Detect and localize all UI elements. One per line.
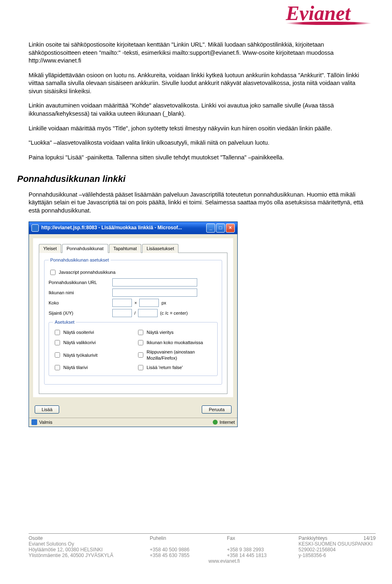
paragraph-4: Linkille voidaan määrittää myös "Title",…: [29, 125, 363, 133]
paragraph-2: Mikäli ylläpidettävään osioon on luotu n…: [29, 72, 363, 96]
size-sep: ×: [134, 300, 137, 306]
footer-bank: KESKI-SUOMEN OSUUSPANKKI: [298, 541, 376, 547]
checkbox-show-addressbar[interactable]: [55, 330, 60, 335]
logo-text: Evianet: [286, 4, 376, 22]
fieldset-options: Asetukset Näytä osoiterivi Näytä vierity…: [49, 319, 218, 376]
dialog-titlebar[interactable]: http://evianet.jsp.fi:8083 - Lisää/muokk…: [29, 222, 237, 234]
input-size-h[interactable]: [139, 299, 159, 307]
tab-yleiset[interactable]: Yleiset: [39, 244, 61, 253]
checkbox-js-popup[interactable]: [50, 270, 56, 275]
legend-options: Asetukset: [53, 319, 76, 325]
checkbox-show-scroll[interactable]: [138, 330, 143, 335]
tab-lisaasetukset[interactable]: Lisäasetukset: [142, 244, 178, 253]
input-size-w[interactable]: [112, 299, 132, 307]
checkbox-show-menubar[interactable]: [55, 340, 60, 345]
dialog-title: http://evianet.jsp.fi:8083 - Lisää/muokk…: [41, 224, 204, 231]
checkbox-show-statusbar[interactable]: [55, 365, 60, 370]
input-popup-url[interactable]: [112, 278, 197, 286]
label-popup-url: Ponnahdusikkunan URL: [49, 280, 110, 286]
footer-url: www.evianet.fi: [150, 558, 298, 564]
label-dependent: Riippuvainen (ainostaan Mozilla/Firefox): [147, 349, 213, 361]
size-unit: px: [161, 300, 166, 306]
dialog-footer: Lisää Peruuta: [29, 401, 237, 418]
checkbox-resizable[interactable]: [138, 340, 143, 345]
close-button[interactable]: ×: [226, 224, 235, 233]
label-js-popup: Javascript ponnahdusikkuna: [59, 269, 116, 275]
status-zone: Internet: [220, 419, 235, 425]
popup-dialog: http://evianet.jsp.fi:8083 - Lisää/muokk…: [29, 222, 238, 427]
pos-note: (c /c = center): [160, 310, 188, 316]
section-heading-popup-link: Ponnahdusikkunan linkki: [17, 173, 363, 185]
footer-h-osoite: Osoite: [29, 535, 150, 541]
document-body: Linkin osoite tai sähköpostiosoite kirjo…: [29, 41, 363, 427]
section-paragraph: Ponnahdusikkunat –välilehdestä pääset li…: [29, 191, 363, 215]
paragraph-3: Linkin avautuminen voidaan määrittää "Ko…: [29, 102, 363, 118]
footer-fax1: +358 9 388 2993: [227, 547, 298, 553]
tab-panel: Ponnahdusikkunan asetukset Javascript po…: [39, 253, 227, 394]
dialog-tabs: Yleiset Ponnahdusikkunat Tapahtumat Lisä…: [39, 244, 227, 253]
label-position: Sijainti (X/Y): [49, 310, 110, 316]
page-number: 14/19: [363, 535, 376, 541]
minimize-button[interactable]: _: [206, 224, 215, 233]
brand-logo: Evianet: [286, 4, 376, 33]
legend-popup-settings: Ponnahdusikkunan asetukset: [49, 257, 111, 263]
label-window-name: Ikkunan nimi: [49, 290, 110, 296]
paragraph-5: "Luokka" –alasvetovalikosta voidaan vali…: [29, 139, 363, 147]
footer-addr1: Höyläämötie 12, 00380 HELSINKI: [29, 547, 150, 553]
maximize-button[interactable]: □: [216, 224, 225, 233]
footer-h-puhelin: Puhelin: [150, 535, 227, 541]
label-show-addressbar: Näytä osoiterivi: [63, 329, 94, 336]
footer-acct2: y-1858356-6: [298, 553, 376, 558]
checkbox-show-toolbars[interactable]: [55, 352, 60, 358]
checkbox-dependent[interactable]: [138, 352, 143, 358]
cancel-button[interactable]: Peruuta: [202, 405, 232, 414]
fieldset-popup-settings: Ponnahdusikkunan asetukset Javascript po…: [44, 257, 222, 384]
label-show-menubar: Näytä valikkorivi: [63, 340, 96, 346]
tab-ponnahdusikkunat[interactable]: Ponnahdusikkunat: [62, 244, 108, 253]
insert-button[interactable]: Lisää: [35, 405, 59, 414]
footer-divider: [29, 533, 376, 534]
label-return-false: Lisää 'return false': [147, 365, 183, 371]
footer-addr2: Ylistönmäentie 26, 40500 JYVÄSKYLÄ: [29, 553, 150, 558]
input-pos-x[interactable]: [112, 309, 132, 317]
ie-page-icon: [31, 419, 37, 425]
footer-tel1: +358 40 500 9886: [150, 547, 227, 553]
tab-tapahtumat[interactable]: Tapahtumat: [109, 244, 141, 253]
label-show-statusbar: Näytä tilarivi: [63, 365, 88, 371]
globe-icon: [213, 420, 218, 425]
paragraph-6: Paina lopuksi "Lisää" -painiketta. Talle…: [29, 154, 363, 162]
checkbox-return-false[interactable]: [138, 365, 143, 370]
label-resizable: Ikkunan koko muokattavissa: [147, 340, 203, 346]
label-size: Koko: [49, 300, 110, 306]
paragraph-1: Linkin osoite tai sähköpostiosoite kirjo…: [29, 41, 363, 65]
footer-h-fax: Fax: [227, 535, 298, 541]
page-footer: Osoite Puhelin Fax Pankkiyhteys 14/19 Ev…: [29, 533, 376, 564]
status-ready: Valmis: [39, 419, 52, 425]
footer-acct1: 529002-2156804: [298, 547, 376, 553]
input-window-name[interactable]: [112, 289, 197, 297]
pos-sep: /: [134, 310, 136, 316]
label-show-toolbars: Näytä työkalurivit: [63, 352, 98, 358]
footer-fax2: +358 14 445 1813: [227, 553, 298, 558]
input-pos-y[interactable]: [138, 309, 158, 317]
footer-h-pankki: Pankkiyhteys: [298, 535, 327, 541]
dialog-statusbar: Valmis Internet: [29, 418, 237, 427]
label-show-scroll: Näytä vieritys: [147, 329, 174, 336]
footer-tel2: +358 45 630 7855: [150, 553, 227, 558]
ie-icon: [31, 224, 39, 232]
footer-company: Evianet Solutions Oy: [29, 541, 150, 547]
